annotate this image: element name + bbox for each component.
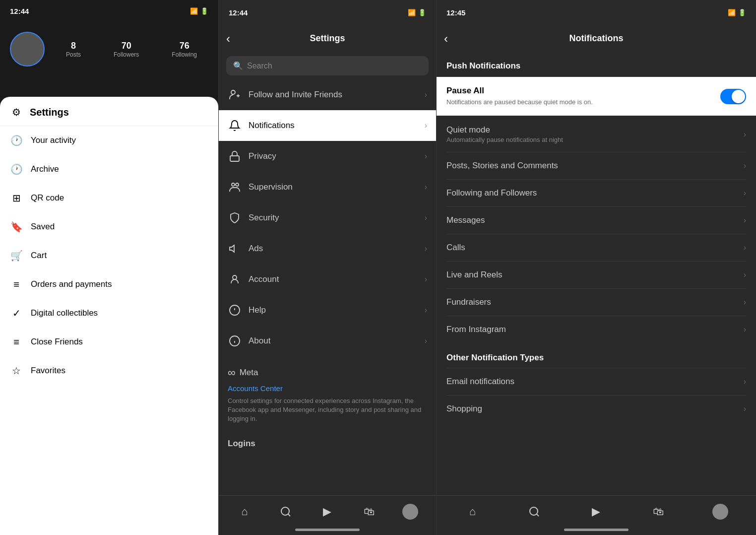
calls-label: Calls (446, 243, 465, 253)
shop-nav-icon-3[interactable]: 🛍 (647, 501, 669, 523)
settings-item-account[interactable]: Account › (219, 264, 436, 295)
notif-item-from-instagram[interactable]: From Instagram › (437, 316, 756, 343)
cart-icon: 🛒 (10, 249, 23, 262)
following-followers-label: Following and Followers (446, 188, 537, 198)
menu-item-cart[interactable]: 🛒 Cart (0, 241, 218, 270)
orders-label: Orders and payments (31, 279, 112, 289)
about-info-icon (228, 334, 242, 348)
help-chevron-icon: › (425, 306, 427, 315)
status-bar-2: 12:44 📶 🔋 (219, 0, 436, 25)
following-followers-chevron-icon: › (744, 189, 746, 198)
svg-point-16 (530, 507, 538, 515)
supervision-chevron-icon: › (425, 183, 427, 192)
settings-popup-title: Settings (30, 107, 69, 118)
profile-stats: 8 Posts 70 Followers 76 Following (55, 41, 208, 58)
notif-item-fundraisers[interactable]: Fundraisers › (437, 289, 756, 316)
notif-item-messages[interactable]: Messages › (437, 207, 756, 234)
settings-item-follow[interactable]: Follow and Invite Friends › (219, 79, 436, 110)
from-instagram-chevron-icon: › (744, 325, 746, 334)
menu-item-favorites[interactable]: ☆ Favorites (0, 356, 218, 385)
reels-nav-icon-3[interactable]: ▶ (585, 501, 607, 523)
back-button-2[interactable]: ‹ (226, 32, 230, 46)
svg-rect-1 (230, 156, 239, 161)
status-icons-1: 📶 🔋 (190, 7, 208, 15)
settings-popup: ⚙ Settings 🕐 Your activity 🕐 Archive ⊞ Q… (0, 97, 218, 535)
accounts-center-link[interactable]: Accounts Center (228, 384, 427, 393)
shop-nav-icon[interactable]: 🛍 (358, 501, 380, 523)
pause-all-card: Pause All Notifications are paused becau… (437, 77, 756, 116)
settings-item-notifications[interactable]: Notifications › (219, 110, 436, 141)
account-chevron-icon: › (425, 275, 427, 284)
menu-item-qr-code[interactable]: ⊞ QR code (0, 184, 218, 212)
security-chevron-icon: › (425, 213, 427, 222)
home-indicator-3 (564, 529, 629, 531)
menu-item-archive[interactable]: 🕐 Archive (0, 155, 218, 184)
saved-label: Saved (31, 222, 55, 232)
notifications-nav-title: Notifications (569, 33, 623, 44)
panel-settings-menu: 12:44 📶 🔋 8 Posts 70 Followers 76 Follow… (0, 0, 218, 535)
reels-nav-icon[interactable]: ▶ (316, 501, 338, 523)
notif-item-email[interactable]: Email notifications › (437, 368, 756, 395)
profile-area: 8 Posts 70 Followers 76 Following (0, 22, 218, 76)
stat-following: 76 Following (172, 41, 197, 58)
security-label: Security (249, 213, 279, 223)
messages-label: Messages (446, 215, 485, 225)
search-nav-icon-3[interactable] (523, 501, 545, 523)
menu-item-your-activity[interactable]: 🕐 Your activity (0, 126, 218, 155)
search-bar[interactable]: 🔍 Search (226, 56, 429, 75)
home-nav-icon-3[interactable]: ⌂ (461, 501, 483, 523)
search-input[interactable]: Search (247, 62, 272, 70)
security-shield-icon (228, 211, 242, 225)
notifications-chevron-icon: › (425, 121, 427, 130)
email-notifications-label: Email notifications (446, 377, 514, 387)
settings-item-privacy[interactable]: Privacy › (219, 141, 436, 172)
meta-description: Control settings for connected experienc… (228, 397, 427, 424)
notifications-nav-bar: ‹ Notifications (437, 25, 756, 52)
notif-item-following-followers[interactable]: Following and Followers › (437, 180, 756, 206)
settings-item-about[interactable]: About › (219, 326, 436, 356)
settings-item-ads[interactable]: Ads › (219, 233, 436, 264)
supervision-label: Supervision (249, 182, 293, 192)
panel-settings-list: 12:44 📶 🔋 ‹ Settings 🔍 Search (218, 0, 437, 535)
search-nav-icon[interactable] (275, 501, 297, 523)
profile-nav-icon-3[interactable] (709, 501, 731, 523)
menu-item-close-friends[interactable]: ≡ Close Friends (0, 328, 218, 356)
push-notifications-header: Push Notifications (437, 52, 756, 77)
logins-section: Logins (219, 429, 436, 449)
about-label: About (249, 336, 270, 346)
close-friends-icon: ≡ (10, 335, 23, 348)
notif-item-shopping[interactable]: Shopping › (437, 396, 756, 422)
live-reels-label: Live and Reels (446, 270, 502, 280)
shopping-chevron-icon: › (744, 404, 746, 413)
menu-item-digital[interactable]: ✓ Digital collectibles (0, 299, 218, 328)
meta-text: Meta (240, 368, 258, 378)
about-chevron-icon: › (425, 336, 427, 345)
account-person-icon (228, 272, 242, 286)
meta-section: ∞ Meta Accounts Center Control settings … (219, 356, 436, 429)
panel-notifications: 12:45 📶 🔋 ‹ Notifications Push Notificat… (437, 0, 756, 535)
settings-menu-list: 🕐 Your activity 🕐 Archive ⊞ QR code 🔖 Sa… (0, 126, 218, 532)
toggle-knob (732, 90, 745, 103)
orders-icon: ≡ (10, 278, 23, 291)
settings-item-security[interactable]: Security › (219, 202, 436, 233)
live-reels-chevron-icon: › (744, 270, 746, 279)
posts-stories-chevron-icon: › (744, 161, 746, 170)
notif-item-calls[interactable]: Calls › (437, 234, 756, 261)
notif-item-quiet-mode[interactable]: Quiet mode Automatically pause notificat… (437, 117, 756, 152)
back-button-3[interactable]: ‹ (444, 32, 448, 46)
notif-item-live-reels[interactable]: Live and Reels › (437, 262, 756, 288)
menu-item-orders[interactable]: ≡ Orders and payments (0, 270, 218, 299)
home-indicator-2 (295, 529, 360, 531)
settings-item-help[interactable]: Help › (219, 295, 436, 326)
menu-item-saved[interactable]: 🔖 Saved (0, 212, 218, 241)
search-magnifier-icon: 🔍 (233, 61, 243, 70)
pause-all-info: Pause All Notifications are paused becau… (446, 86, 720, 107)
account-label: Account (249, 274, 279, 284)
pause-all-toggle[interactable] (720, 89, 746, 104)
settings-item-supervision[interactable]: Supervision › (219, 172, 436, 202)
notif-item-posts-stories[interactable]: Posts, Stories and Comments › (437, 152, 756, 179)
home-nav-icon[interactable]: ⌂ (234, 501, 255, 523)
profile-nav-icon[interactable] (399, 501, 421, 523)
messages-chevron-icon: › (744, 216, 746, 225)
other-section-title: Other Notification Types (446, 353, 544, 362)
